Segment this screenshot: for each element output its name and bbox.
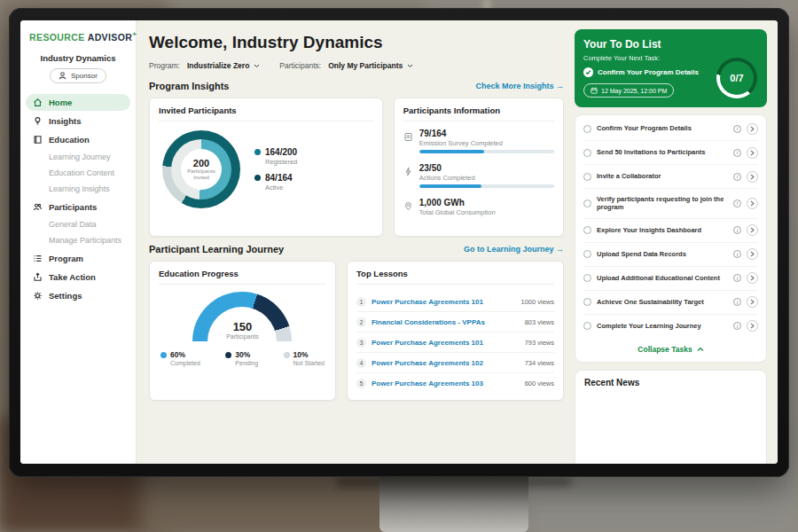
app-logo[interactable]: RESOURCE ADVISOR+ bbox=[20, 30, 136, 43]
export-icon bbox=[33, 272, 43, 282]
task-row-upload-educational-content[interactable]: Upload Additional Educational Content bbox=[583, 267, 758, 291]
list-icon bbox=[33, 254, 43, 263]
info-icon[interactable] bbox=[733, 274, 741, 282]
legend-item-active: 84/164 Active bbox=[254, 173, 297, 192]
task-row-invite-collaborator[interactable]: Invite a Collaborator bbox=[583, 165, 758, 189]
chevron-right-icon[interactable] bbox=[747, 224, 758, 236]
next-task-time: 12 May 2025, 12:00 PM bbox=[583, 83, 674, 98]
actions-icon bbox=[403, 164, 413, 174]
sponsor-badge[interactable]: Sponsor bbox=[50, 68, 106, 83]
task-checkbox[interactable] bbox=[583, 250, 591, 258]
info-icon[interactable] bbox=[733, 250, 741, 258]
info-icon[interactable] bbox=[733, 125, 741, 133]
lesson-views: 803 views bbox=[525, 318, 554, 326]
lesson-rank: 3 bbox=[356, 338, 366, 348]
info-icon[interactable] bbox=[733, 322, 741, 330]
stat-global-consumption: 1,000 GWh Total Global Consumption bbox=[403, 198, 554, 219]
filter-bar: Program: Industrialize Zero Participants… bbox=[149, 61, 564, 70]
check-more-insights-link[interactable]: Check More Insights bbox=[475, 82, 564, 90]
task-row-confirm-program[interactable]: Confirm Your Program Details bbox=[583, 117, 758, 141]
sidebar-item-settings[interactable]: Settings bbox=[26, 287, 130, 304]
task-row-achieve-target[interactable]: Achieve One Sustainability Target bbox=[583, 291, 758, 315]
learning-journey-section-header: Participant Learning Journey Go to Learn… bbox=[149, 244, 564, 254]
home-icon bbox=[33, 98, 43, 107]
chevron-right-icon[interactable] bbox=[747, 171, 758, 183]
sidebar-item-manage-participants[interactable]: Manage Participants bbox=[20, 233, 130, 248]
participants-select[interactable]: Only My Participants bbox=[328, 61, 413, 70]
sidebar-item-learning-journey[interactable]: Learning Journey bbox=[20, 150, 130, 165]
sidebar-item-home[interactable]: Home bbox=[26, 94, 130, 111]
info-icon[interactable] bbox=[733, 173, 741, 181]
task-row-complete-learning-journey[interactable]: Complete Your Learning Journey bbox=[583, 315, 758, 338]
info-icon[interactable] bbox=[733, 298, 741, 306]
go-to-learning-journey-link[interactable]: Go to Learning Journey bbox=[464, 245, 564, 254]
task-checkbox[interactable] bbox=[583, 274, 591, 282]
lesson-link[interactable]: Power Purchase Agreements 102 bbox=[372, 359, 520, 367]
task-checkbox[interactable] bbox=[583, 322, 591, 330]
calendar-icon bbox=[591, 87, 598, 95]
section-title: Participant Learning Journey bbox=[149, 244, 284, 254]
education-progress-card: Education Progress 150 Participants 60% bbox=[149, 261, 336, 401]
task-checkbox[interactable] bbox=[583, 226, 591, 234]
program-select[interactable]: Industrialize Zero bbox=[187, 61, 260, 70]
gear-icon bbox=[33, 291, 43, 301]
monitor-stand bbox=[379, 477, 528, 532]
program-insights-cards: Invited Participants 200 Participants In… bbox=[149, 98, 564, 237]
gauge-center: 150 Participants bbox=[159, 320, 326, 340]
people-icon bbox=[33, 202, 43, 212]
gauge-legend: 60% Completed 30% Pending 10% Not Starte… bbox=[159, 350, 326, 366]
chevron-down-icon bbox=[254, 61, 260, 70]
active-dot bbox=[254, 175, 261, 181]
sidebar-item-insights[interactable]: Insights bbox=[26, 113, 130, 129]
content-area: Welcome, Industry Dynamics Program: Indu… bbox=[137, 20, 778, 464]
task-checkbox[interactable] bbox=[583, 200, 591, 207]
sidebar-item-program[interactable]: Program bbox=[26, 250, 130, 267]
task-checkbox[interactable] bbox=[583, 173, 591, 181]
info-icon[interactable] bbox=[733, 200, 741, 207]
participants-filter-label: Participants: bbox=[279, 61, 321, 70]
sidebar-item-general-data[interactable]: General Data bbox=[20, 217, 130, 232]
chevron-right-icon[interactable] bbox=[747, 248, 758, 260]
next-task[interactable]: Confirm Your Program Details bbox=[583, 67, 708, 77]
lesson-rank: 1 bbox=[356, 297, 366, 307]
sidebar: RESOURCE ADVISOR+ Industry Dynamics Spon… bbox=[20, 20, 137, 464]
task-row-upload-spend-data[interactable]: Upload Spend Data Records bbox=[583, 243, 758, 267]
todo-progress-value: 0/7 bbox=[720, 61, 754, 95]
progress-fill bbox=[419, 184, 481, 188]
sidebar-item-participants[interactable]: Participants bbox=[26, 199, 130, 215]
sidebar-item-take-action[interactable]: Take Action bbox=[26, 269, 130, 286]
chevron-right-icon[interactable] bbox=[747, 296, 758, 308]
chevron-right-icon[interactable] bbox=[747, 320, 758, 332]
chevron-right-icon[interactable] bbox=[747, 147, 758, 159]
sidebar-item-education[interactable]: Education bbox=[26, 131, 130, 148]
collapse-tasks-button[interactable]: Collapse Tasks bbox=[583, 338, 758, 358]
task-checkbox[interactable] bbox=[583, 125, 591, 133]
task-row-verify-participants[interactable]: Verify participants requesting to join t… bbox=[583, 189, 758, 219]
monitor-frame: RESOURCE ADVISOR+ Industry Dynamics Spon… bbox=[9, 8, 789, 477]
chevron-right-icon[interactable] bbox=[747, 123, 758, 135]
info-icon[interactable] bbox=[733, 226, 741, 234]
sidebar-item-learning-insights[interactable]: Learning Insights bbox=[20, 182, 130, 197]
sidebar-nav: Home Insights Education Learning Journey… bbox=[20, 94, 136, 304]
task-checkbox[interactable] bbox=[583, 149, 591, 157]
lesson-link[interactable]: Financial Considerations - VPPAs bbox=[372, 318, 520, 326]
chevron-right-icon[interactable] bbox=[747, 272, 758, 284]
chevron-right-icon[interactable] bbox=[747, 198, 758, 209]
info-icon[interactable] bbox=[733, 149, 741, 157]
donut-center: 200 Participants Invited bbox=[181, 149, 222, 190]
program-filter-label: Program: bbox=[149, 61, 180, 70]
task-row-explore-insights[interactable]: Explore Your Insights Dashboard bbox=[583, 219, 758, 243]
task-checkbox[interactable] bbox=[583, 298, 591, 306]
task-row-send-invitations[interactable]: Send 50 Invitations to Participants bbox=[583, 141, 758, 165]
lesson-rank: 4 bbox=[356, 358, 366, 368]
stat-emission-survey: 79/164 Emission Survey Completed bbox=[403, 129, 554, 153]
sidebar-item-education-content[interactable]: Education Content bbox=[20, 166, 130, 181]
todo-task-list: Confirm Your Program Details Send 50 Inv… bbox=[575, 114, 767, 363]
stat-actions-completed: 23/50 Actions Completed bbox=[403, 163, 554, 188]
lesson-link[interactable]: Power Purchase Agreements 103 bbox=[372, 379, 520, 387]
legend-item-not-started: 10% Not Started bbox=[284, 350, 325, 366]
lightbulb-icon bbox=[33, 116, 43, 126]
chevron-down-icon bbox=[407, 61, 413, 70]
lesson-link[interactable]: Power Purchase Agreements 101 bbox=[372, 339, 520, 347]
lesson-link[interactable]: Power Purchase Agreements 101 bbox=[372, 298, 515, 306]
